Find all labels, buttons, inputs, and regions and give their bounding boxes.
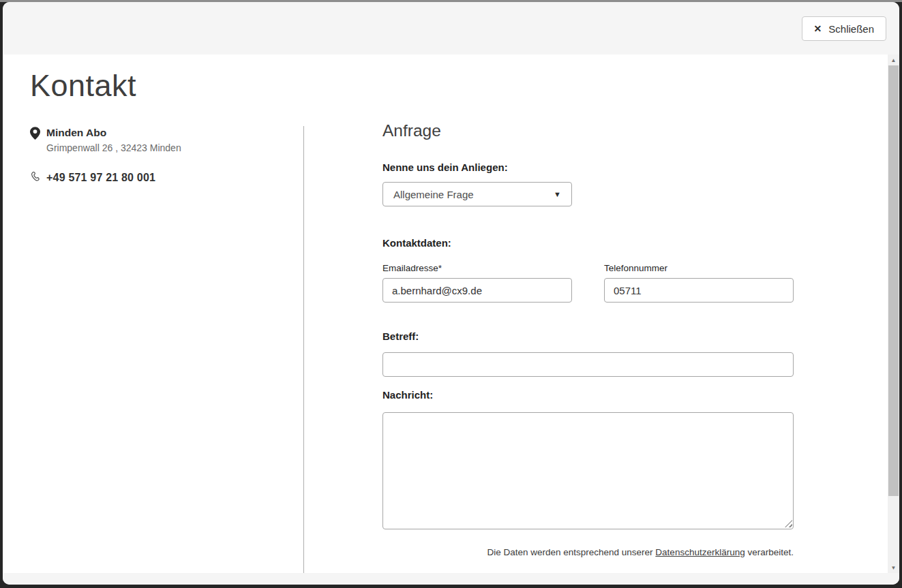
telephone-label: Telefonnummer xyxy=(604,263,794,273)
column-divider xyxy=(303,126,304,573)
email-field[interactable] xyxy=(382,278,572,303)
phone-row: +49 571 97 21 80 001 xyxy=(30,170,289,185)
location-text: Minden Abo Grimpenwall 26 , 32423 Minden xyxy=(46,126,181,155)
phone-icon xyxy=(30,170,42,185)
modal-content: Kontakt Minden Abo Grimpenwall 26 , 3242… xyxy=(3,55,888,573)
subject-field[interactable] xyxy=(382,352,794,377)
close-button-label: Schließen xyxy=(828,23,874,35)
inquiry-form: Anfrage Nenne uns dein Anliegen: Allgeme… xyxy=(382,121,794,557)
form-title: Anfrage xyxy=(382,121,794,140)
chevron-down-icon: ▼ xyxy=(554,190,561,198)
vertical-scrollbar[interactable]: ▲ ▼ xyxy=(888,55,899,573)
location-name: Minden Abo xyxy=(46,126,181,140)
privacy-notice: Die Daten werden entsprechend unserer Da… xyxy=(382,547,794,557)
modal-header: ✕ Schließen xyxy=(3,2,899,55)
privacy-text-after: verarbeitet. xyxy=(747,547,794,557)
location-row: Minden Abo Grimpenwall 26 , 32423 Minden xyxy=(30,126,289,155)
message-field[interactable] xyxy=(382,412,794,529)
contact-info-panel: Minden Abo Grimpenwall 26 , 32423 Minden… xyxy=(30,126,289,185)
message-field-wrap xyxy=(382,412,794,529)
topic-select-value: Allgemeine Frage xyxy=(393,189,474,200)
phone-number-link[interactable]: +49 571 97 21 80 001 xyxy=(46,172,155,184)
location-address: Grimpenwall 26 , 32423 Minden xyxy=(46,141,181,155)
email-field-group: Emailadresse* xyxy=(382,263,572,303)
message-label: Nachricht: xyxy=(382,389,794,401)
scrollbar-thumb[interactable] xyxy=(888,65,899,496)
contact-fields-row: Emailadresse* Telefonnummer xyxy=(382,263,794,303)
close-icon: ✕ xyxy=(814,24,822,33)
page-title: Kontakt xyxy=(30,68,136,104)
scroll-down-arrow[interactable]: ▼ xyxy=(888,562,899,573)
privacy-policy-link[interactable]: Datenschutzerklärung xyxy=(655,547,745,557)
contact-data-label: Kontaktdaten: xyxy=(382,237,794,249)
telephone-field-group: Telefonnummer xyxy=(604,263,794,303)
contact-modal: ✕ Schließen Kontakt Minden Abo Grimpenwa… xyxy=(3,2,899,585)
email-label: Emailadresse* xyxy=(382,263,572,273)
location-pin-icon xyxy=(30,127,42,142)
subject-label: Betreff: xyxy=(382,330,794,342)
topic-label: Nenne uns dein Anliegen: xyxy=(382,161,794,173)
modal-footer-strip xyxy=(3,573,899,585)
close-button[interactable]: ✕ Schließen xyxy=(802,16,886,41)
topic-select[interactable]: Allgemeine Frage ▼ xyxy=(382,182,572,206)
privacy-text-before: Die Daten werden entsprechend unserer xyxy=(487,547,652,557)
telephone-field[interactable] xyxy=(604,278,794,303)
scroll-up-arrow[interactable]: ▲ xyxy=(888,55,899,65)
